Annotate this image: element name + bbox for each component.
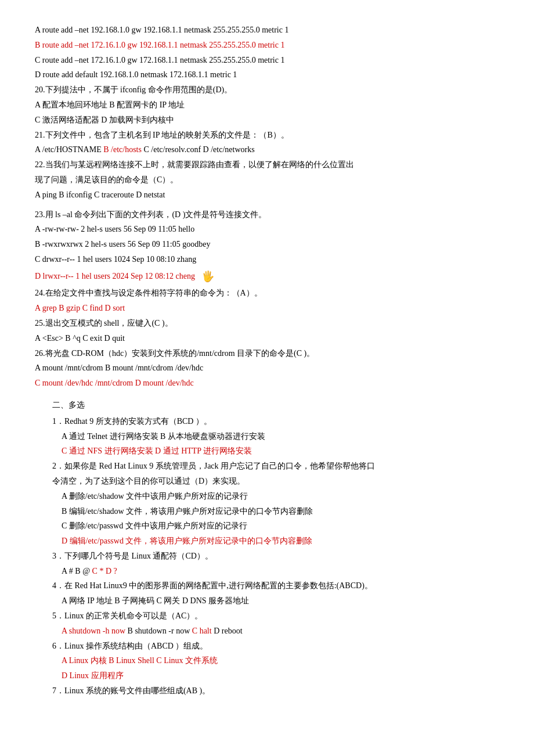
mq1: 1．Redhat 9 所支持的安装方式有（BCD ）。 [52, 415, 499, 429]
text-l1: A route add –net 192.168.1.0 gw 192.168.… [35, 26, 288, 34]
text-mq5: 5．Linux 的正常关机命令可以是（AC）。 [52, 611, 203, 620]
text-q26a: A mount /mnt/cdrom B mount /mnt/cdrom /d… [35, 363, 203, 372]
text-mq1: 1．Redhat 9 所支持的安装方式有（BCD ）。 [52, 417, 212, 426]
q22-a: A ping B ifconfig C traceroute D netstat [35, 188, 499, 202]
mq5: 5．Linux 的正常关机命令可以是（AC）。 [52, 609, 499, 623]
text-mq4a: A 网络 IP 地址 B 子网掩码 C 网关 D DNS 服务器地址 [62, 596, 249, 605]
text-q20: 20.下列提法中，不属于 ifconfig 命令作用范围的是(D)。 [35, 85, 232, 94]
line-3: C route add –net 172.16.1.0 gw 172.168.1… [35, 53, 499, 67]
text-mq6d: D Linux 应用程序 [62, 671, 124, 680]
mq4: 4．在 Red Hat Linux9 中的图形界面的网络配置中,进行网络配置的主… [52, 579, 499, 593]
text-q25: 25.退出交互模式的 shell，应键入(C )。 [35, 319, 173, 327]
text-q22-cont: 现了问题，满足该目的的命令是（C）。 [35, 175, 178, 184]
text-mq2b: B 编辑/etc/shadow 文件，将该用户账户所对应记录中的口令节内容删除 [62, 507, 313, 516]
text-mq5-d: D reboot [212, 627, 243, 635]
text-q26c: C mount /dev/hdc /mnt/cdrom D mount /dev… [35, 379, 194, 387]
text-q23: 23.用 ls –al 命令列出下面的文件列表，(D )文件是符号连接文件。 [35, 210, 266, 219]
text-q21a-part1: A /etc/HOSTNAME [35, 145, 103, 154]
text-q23a: A -rw-rw-rw- 2 hel-s users 56 Sep 09 11:… [35, 225, 194, 233]
mq2-c: C 删除/etc/passwd 文件中该用户账户所对应的记录行 [62, 519, 499, 533]
q26-a: A mount /mnt/cdrom B mount /mnt/cdrom /d… [35, 361, 499, 375]
q20-a: A 配置本地回环地址 B 配置网卡的 IP 地址 [35, 98, 499, 112]
mq5-a: A shutdown -h now B shutdown -r now C ha… [62, 624, 499, 638]
q22-cont: 现了问题，满足该目的的命令是（C）。 [35, 173, 499, 187]
text-mq2: 2．如果你是 Red Hat Linux 9 系统管理员，Jack 用户忘记了自… [52, 462, 375, 470]
q21: 21.下列文件中，包含了主机名到 IP 地址的映射关系的文件是：（B）。 [35, 128, 499, 142]
line-2: B route add –net 172.16.1.0 gw 192.168.1… [35, 38, 499, 52]
text-q22: 22.当我们与某远程网络连接不上时，就需要跟踪路由查看，以便了解在网络的什么位置… [35, 160, 354, 169]
mq2-a: A 删除/etc/shadow 文件中该用户账户所对应的记录行 [62, 489, 499, 503]
mq2-cont: 令清空，为了达到这个目的你可以通过（D）来实现。 [52, 474, 499, 488]
text-mq5-a-shutdown: A shutdown -h now [62, 627, 125, 635]
text-q24a: A grep B gzip C find D sort [35, 304, 125, 312]
text-q26: 26.将光盘 CD-ROM（hdc）安装到文件系统的/mnt/cdrom 目录下… [35, 349, 315, 358]
q26: 26.将光盘 CD-ROM（hdc）安装到文件系统的/mnt/cdrom 目录下… [35, 347, 499, 361]
text-l4: D route add default 192.168.1.0 netmask … [35, 70, 237, 79]
q22: 22.当我们与某远程网络连接不上时，就需要跟踪路由查看，以便了解在网络的什么位置… [35, 158, 499, 172]
mq2: 2．如果你是 Red Hat Linux 9 系统管理员，Jack 用户忘记了自… [52, 459, 499, 473]
q25: 25.退出交互模式的 shell，应键入(C )。 [35, 316, 499, 330]
text-q25a: A <Esc> B ^q C exit D quit [35, 334, 125, 343]
hand-icon: 🖐 [201, 268, 214, 286]
text-mq5-c-halt: C halt [192, 627, 212, 635]
q23-a: A -rw-rw-rw- 2 hel-s users 56 Sep 09 11:… [35, 222, 499, 236]
text-mq2-cont: 令清空，为了达到这个目的你可以通过（D）来实现。 [52, 477, 245, 485]
section-2-title: 二、多选 [52, 398, 499, 412]
mq7: 7．Linux 系统的账号文件由哪些组成(AB )。 [52, 684, 499, 698]
text-q21: 21.下列文件中，包含了主机名到 IP 地址的映射关系的文件是：（B）。 [35, 131, 289, 139]
text-mq3: 3．下列哪几个符号是 Linux 通配符（CD）。 [52, 552, 213, 560]
text-q23d: D lrwxr--r-- 1 hel users 2024 Sep 12 08:… [35, 271, 195, 280]
mq3-a: A # B @ C * D ? [62, 564, 499, 578]
text-q20a: A 配置本地回环地址 B 配置网卡的 IP 地址 [35, 100, 185, 109]
mq2-d: D 编辑/etc/passwd 文件，将该用户账户所对应记录中的口令节内容删除 [62, 534, 499, 548]
q25-a: A <Esc> B ^q C exit D quit [35, 332, 499, 345]
mq3: 3．下列哪几个符号是 Linux 通配符（CD）。 [52, 549, 499, 563]
q20-b: C 激活网络适配器 D 加载网卡到内核中 [35, 113, 499, 127]
text-l3: C route add –net 172.16.1.0 gw 172.168.1… [35, 56, 284, 64]
text-mq7: 7．Linux 系统的账号文件由哪些组成(AB )。 [52, 686, 210, 695]
text-q23b: B -rwxrwxrwx 2 hel-s users 56 Sep 09 11:… [35, 240, 210, 249]
text-mq3-ab: A # B @ [62, 567, 92, 575]
q23: 23.用 ls –al 命令列出下面的文件列表，(D )文件是符号连接文件。 [35, 208, 499, 222]
mq1-a: A 通过 Telnet 进行网络安装 B 从本地硬盘驱动器进行安装 [62, 430, 499, 444]
mq6-a: A Linux 内核 B Linux Shell C Linux 文件系统 [62, 654, 499, 668]
text-mq6: 6．Linux 操作系统结构由（ABCD ）组成。 [52, 642, 208, 650]
text-q23c: C drwxr--r-- 1 hel users 1024 Sep 10 08:… [35, 255, 196, 264]
text-mq1a: A 通过 Telnet 进行网络安装 B 从本地硬盘驱动器进行安装 [62, 432, 265, 441]
line-4: D route add default 192.168.1.0 netmask … [35, 68, 499, 82]
mq6-d: D Linux 应用程序 [62, 669, 499, 683]
line-1: A route add –net 192.168.1.0 gw 192.168.… [35, 23, 499, 37]
q26-c: C mount /dev/hdc /mnt/cdrom D mount /dev… [35, 376, 499, 390]
main-content: A route add –net 192.168.1.0 gw 192.168.… [35, 23, 499, 698]
text-mq2d: D 编辑/etc/passwd 文件，将该用户账户所对应记录中的口令节内容删除 [62, 537, 312, 545]
text-mq6-abc: A Linux 内核 B Linux Shell C Linux 文件系统 [62, 656, 218, 665]
text-q24: 24.在给定文件中查找与设定条件相符字符串的命令为：（A）。 [35, 289, 262, 297]
text-l2: B route add –net 172.16.1.0 gw 192.168.1… [35, 41, 284, 49]
text-mq3-cd: C * D ? [92, 567, 117, 575]
q24-a: A grep B gzip C find D sort [35, 301, 499, 315]
text-mq1c: C 通过 NFS 进行网络安装 D 通过 HTTP 进行网络安装 [62, 447, 252, 455]
text-mq4: 4．在 Red Hat Linux9 中的图形界面的网络配置中,进行网络配置的主… [52, 581, 373, 590]
q24: 24.在给定文件中查找与设定条件相符字符串的命令为：（A）。 [35, 286, 499, 300]
text-q22a: A ping B ifconfig C traceroute D netstat [35, 190, 165, 199]
mq4-a: A 网络 IP 地址 B 子网掩码 C 网关 D DNS 服务器地址 [62, 594, 499, 608]
q20: 20.下列提法中，不属于 ifconfig 命令作用范围的是(D)。 [35, 83, 499, 97]
text-mq2c: C 删除/etc/passwd 文件中该用户账户所对应的记录行 [62, 521, 247, 530]
text-mq2a: A 删除/etc/shadow 文件中该用户账户所对应的记录行 [62, 492, 248, 501]
text-q21a-b: B /etc/hosts [103, 145, 142, 154]
mq1-c: C 通过 NFS 进行网络安装 D 通过 HTTP 进行网络安装 [62, 444, 499, 458]
text-mq5-b: B shutdown -r now [125, 627, 192, 635]
mq6: 6．Linux 操作系统结构由（ABCD ）组成。 [52, 639, 499, 653]
mq2-b: B 编辑/etc/shadow 文件，将该用户账户所对应记录中的口令节内容删除 [62, 505, 499, 519]
q23-b: B -rwxrwxrwx 2 hel-s users 56 Sep 09 11:… [35, 237, 499, 251]
text-q21a-part2: C /etc/resolv.conf D /etc/networks [142, 145, 255, 154]
text-q20b: C 激活网络适配器 D 加载网卡到内核中 [35, 116, 174, 124]
text-section2: 二、多选 [52, 401, 85, 409]
q21-a: A /etc/HOSTNAME B /etc/hosts C /etc/reso… [35, 143, 499, 157]
q23-d: D lrwxr--r-- 1 hel users 2024 Sep 12 08:… [35, 268, 499, 286]
q23-c: C drwxr--r-- 1 hel users 1024 Sep 10 08:… [35, 253, 499, 267]
